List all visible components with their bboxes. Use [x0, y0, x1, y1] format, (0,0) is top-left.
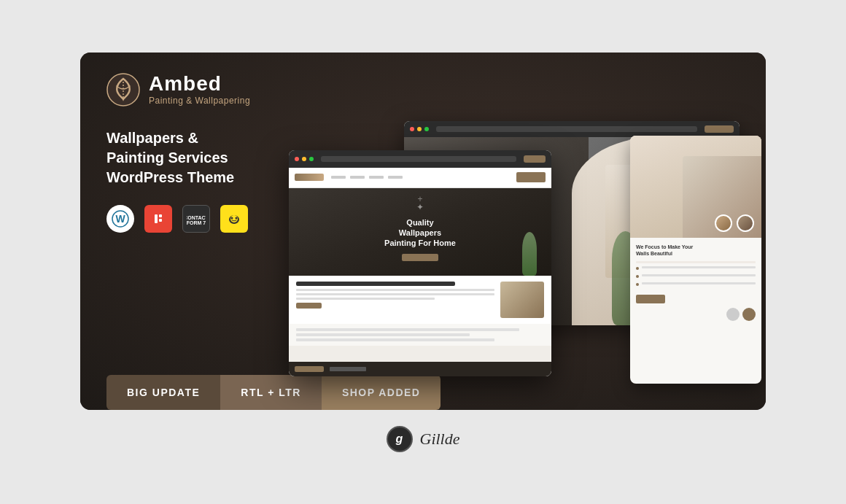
big-update-badge[interactable]: BIG UPDATE: [106, 375, 220, 410]
hero-line2: Wallpapers: [399, 228, 441, 237]
svg-point-15: [236, 217, 238, 219]
card-body: Wallpapers & Painting Services WordPress…: [80, 106, 766, 369]
frp-line: [642, 274, 756, 276]
mini-link: [388, 176, 403, 179]
rtl-ltr-badge[interactable]: RTL + LTR: [220, 375, 322, 410]
frp-title: We Focus to Make YourWalls Beautiful: [636, 244, 756, 257]
mailchimp-icon: [220, 205, 248, 233]
mini-link: [350, 176, 365, 179]
dot-red-front: [295, 157, 299, 161]
ambed-logo-icon: [106, 73, 140, 106]
frp-item: [636, 266, 756, 271]
content-text-block: [296, 282, 494, 318]
hero-text: Quality Wallpapers Painting For Home: [384, 217, 456, 249]
wordpress-icon: W: [106, 205, 134, 233]
frp-content: We Focus to Make YourWalls Beautiful: [630, 238, 761, 327]
left-col: Wallpapers & Painting Services WordPress…: [106, 121, 274, 233]
elementor-icon: [144, 205, 172, 233]
dot-red: [410, 127, 414, 131]
frp-item: [636, 274, 756, 279]
frp-btn[interactable]: [636, 295, 665, 303]
mini-link: [369, 176, 384, 179]
hero-line3: Painting For Home: [384, 239, 456, 247]
plugin-icons: W: [106, 205, 274, 233]
content-image: [500, 282, 544, 318]
hero-line1: Quality: [406, 218, 433, 227]
frp-item: [636, 282, 756, 287]
contact-form-icon: CONTACT FORM 7: [182, 205, 210, 233]
tagline-line3: WordPress Theme: [106, 169, 234, 185]
dot-green: [424, 127, 429, 131]
frp-line: [642, 266, 756, 268]
mini-nav-links: [331, 176, 403, 179]
mini-logo: [295, 174, 324, 181]
card-content: Ambed Painting & Wallpapering Wallpapers…: [80, 53, 766, 410]
svg-text:FORM 7: FORM 7: [187, 220, 206, 225]
dot-yellow: [417, 127, 422, 131]
dot-yellow-front: [302, 157, 306, 161]
svg-rect-5: [155, 214, 158, 223]
main-card: Ambed Painting & Wallpapering Wallpapers…: [80, 53, 766, 410]
hero-section: ✦ Quality Wallpapers Painting For Home: [289, 188, 551, 276]
browser-front-mockup: ✦ Quality Wallpapers Painting For Home: [289, 150, 551, 376]
frp-line: [642, 282, 756, 284]
svg-point-14: [231, 217, 233, 219]
content-line: [296, 289, 494, 291]
mini-cta-btn[interactable]: [516, 172, 546, 182]
svg-rect-6: [159, 214, 162, 217]
tagline-line2: Painting Services: [106, 150, 228, 166]
logo-subtitle: Painting & Wallpapering: [149, 96, 250, 106]
brand-name: Gillde: [420, 430, 460, 449]
svg-rect-4: [149, 209, 168, 228]
frp-header: [630, 136, 761, 238]
browser-bar-back: [404, 121, 740, 137]
card-wrapper: Ambed Painting & Wallpapering Wallpapers…: [80, 53, 766, 452]
tagline-line1: Wallpapers &: [106, 130, 198, 146]
content-line: [296, 293, 494, 295]
mini-link: [331, 176, 346, 179]
far-right-panel: We Focus to Make YourWalls Beautiful: [630, 136, 761, 384]
logo-area: Ambed Painting & Wallpapering: [80, 53, 766, 106]
hero-cta-btn[interactable]: [402, 254, 438, 261]
mini-nav: [289, 168, 551, 188]
svg-rect-7: [159, 219, 162, 222]
screenshots-area: ALITY PER: [289, 121, 740, 369]
bottom-brand: g Gillde: [387, 426, 460, 452]
content-section: [289, 276, 551, 324]
content-line: [296, 298, 435, 300]
tagline: Wallpapers & Painting Services WordPress…: [106, 128, 274, 187]
logo-text-group: Ambed Painting & Wallpapering: [149, 73, 250, 106]
browser-bar-front: [289, 150, 551, 168]
content-heading: [296, 282, 455, 286]
shop-added-badge[interactable]: SHOP ADDED: [322, 375, 441, 410]
browser-content-front: ✦ Quality Wallpapers Painting For Home: [289, 168, 551, 376]
svg-text:W: W: [115, 213, 125, 225]
logo-title: Ambed: [149, 73, 250, 96]
dot-green-front: [309, 157, 314, 161]
svg-text:CONTACT: CONTACT: [187, 215, 206, 220]
brand-letter: g: [396, 433, 403, 446]
brand-g-circle: g: [387, 426, 413, 452]
